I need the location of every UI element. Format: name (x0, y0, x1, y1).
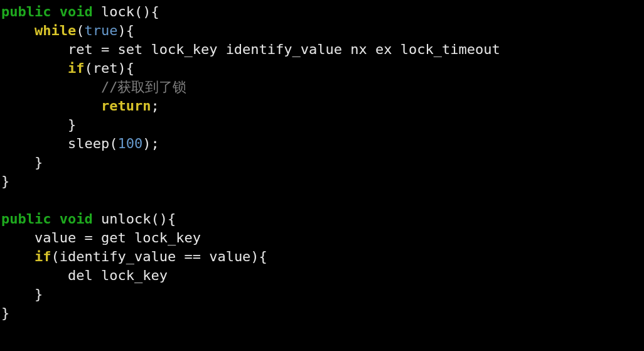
if2-condition: (identify_value == value){ (51, 249, 267, 264)
paren-close-brace: ){ (117, 23, 134, 38)
keyword-while: while (35, 23, 76, 38)
code-block: public void lock(){ while(true){ ret = s… (0, 0, 644, 323)
stmt-value-assign: value = get lock_key (35, 230, 201, 246)
keyword-if: if (68, 60, 85, 76)
method-lock-decl: lock(){ (93, 4, 159, 19)
paren-open: ( (76, 23, 84, 38)
stmt-ret-assign: ret = set lock_key identify_value nx ex … (68, 41, 500, 57)
literal-true: true (84, 23, 117, 38)
semicolon: ; (151, 98, 159, 114)
close-brace: } (35, 286, 43, 302)
comment-line: //获取到了锁 (101, 79, 187, 95)
close-brace: } (1, 173, 9, 189)
close-brace: } (35, 154, 43, 170)
sleep-call-open: sleep( (68, 136, 117, 151)
method-unlock-decl: unlock(){ (93, 211, 176, 227)
sleep-call-close: ); (142, 136, 159, 151)
stmt-del: del lock_key (68, 267, 168, 283)
keyword-if: if (35, 249, 51, 264)
close-brace: } (1, 305, 9, 321)
literal-100: 100 (117, 136, 142, 151)
close-brace: } (68, 117, 76, 132)
keyword-public-void: public void (1, 211, 93, 227)
keyword-return: return (101, 98, 151, 114)
if-condition: (ret){ (84, 60, 134, 76)
keyword-public-void: public void (1, 4, 93, 19)
